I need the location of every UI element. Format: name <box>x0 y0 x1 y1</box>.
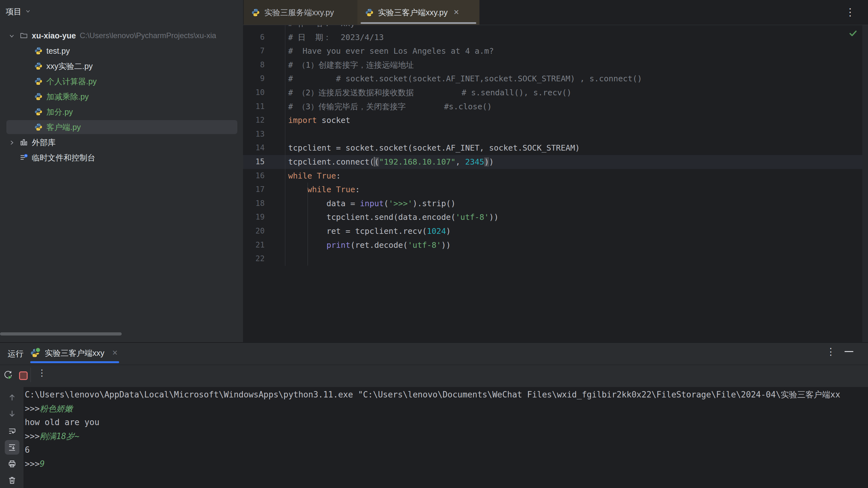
code-line-text: import socket <box>285 114 350 127</box>
line-number[interactable]: 11 <box>243 100 285 114</box>
editor-tab-bar: 实验三服务端xxy.py 实验三客户端xxy.py ✕ ⋮ <box>243 0 868 25</box>
line-number[interactable]: 14 <box>243 141 285 155</box>
minimize-icon[interactable] <box>844 351 854 352</box>
line-number[interactable]: 20 <box>243 224 285 238</box>
tree-item[interactable]: 客户端.py <box>0 119 243 135</box>
run-tab[interactable]: 实验三客户端xxy ✕ <box>30 343 119 363</box>
run-toolbar: ⋮ <box>0 365 868 387</box>
project-horizontal-scrollbar[interactable] <box>0 332 122 336</box>
code-line[interactable]: 16while True: <box>243 169 862 183</box>
line-number[interactable] <box>243 25 285 30</box>
folder-icon <box>20 31 28 40</box>
code-token: tcpclient.connect( <box>288 157 374 166</box>
line-number[interactable]: 7 <box>243 44 285 58</box>
code-token: # 作 者： xxy <box>288 25 355 28</box>
code-editor[interactable]: # 作 者： xxy6# 日 期： 2023/4/137# Have you e… <box>243 25 862 342</box>
code-token: "192.168.10.107" <box>379 157 456 166</box>
editor-tab-client[interactable]: 实验三客户端xxy.py ✕ <box>358 0 479 25</box>
code-token: ) <box>446 226 451 236</box>
code-line[interactable]: 18 data = input('>>>').strip() <box>243 197 862 211</box>
code-line[interactable]: 13 <box>243 127 862 142</box>
console-line: C:\Users\lenovo\AppData\Local\Microsoft\… <box>25 388 868 402</box>
line-number[interactable]: 6 <box>243 30 285 44</box>
close-icon[interactable]: ✕ <box>454 8 459 17</box>
rerun-icon[interactable] <box>3 370 13 380</box>
print-icon[interactable] <box>8 459 17 468</box>
code-token: data = <box>288 199 360 208</box>
chevron-right-icon[interactable] <box>8 139 15 146</box>
console-output[interactable]: C:\Users\lenovo\AppData\Local\Microsoft\… <box>24 387 868 488</box>
editor-tab-server[interactable]: 实验三服务端xxy.py <box>244 0 358 25</box>
tree-item[interactable]: 加减乘除.py <box>0 89 243 104</box>
chevron-down-icon <box>25 7 31 16</box>
soft-wrap-icon[interactable] <box>8 427 17 435</box>
editor-error-stripe[interactable] <box>862 25 868 342</box>
tree-item-label: 客户端.py <box>46 122 81 132</box>
code-line[interactable]: 20 ret = tcpclient.recv(1024) <box>243 224 862 238</box>
trash-icon[interactable] <box>8 476 17 485</box>
code-line[interactable]: 14tcpclient = socket.socket(socket.AF_IN… <box>243 141 862 155</box>
project-tool-header[interactable]: 项目 <box>6 6 31 17</box>
line-number[interactable]: 13 <box>243 127 285 142</box>
line-number[interactable]: 22 <box>243 252 285 266</box>
tree-item-label: xu-xiao-yue <box>32 31 76 40</box>
code-line[interactable]: 10# （2）连接后发送数据和接收数据 # s.sendall(), s.rec… <box>243 86 862 100</box>
line-number[interactable]: 17 <box>243 183 285 197</box>
code-line[interactable]: 12import socket <box>243 114 862 127</box>
chevron-down-icon[interactable] <box>8 32 15 39</box>
code-line[interactable]: 11# （3）传输完毕后，关闭套接字 #s.close() <box>243 100 862 114</box>
line-number[interactable]: 18 <box>243 197 285 211</box>
tree-item[interactable]: xu-xiao-yueC:\Users\lenovo\PycharmProjec… <box>0 28 243 43</box>
line-number[interactable]: 21 <box>243 238 285 252</box>
stop-icon[interactable] <box>19 371 28 380</box>
line-number[interactable]: 15 <box>243 155 285 169</box>
line-number[interactable]: 10 <box>243 86 285 100</box>
code-line[interactable]: 7# Have you ever seen Los Angeles at 4 a… <box>243 44 862 58</box>
tree-item-label: test.py <box>46 47 70 56</box>
code-line[interactable]: 15tcpclient.connect(("192.168.10.107", 2… <box>243 155 862 169</box>
console-user-input: 刚满18岁~ <box>40 431 80 441</box>
tree-item[interactable]: xxy实验二.py <box>0 58 243 74</box>
line-number[interactable]: 9 <box>243 72 285 86</box>
tree-item[interactable]: 外部库 <box>0 135 243 150</box>
code-line[interactable]: 22 <box>243 252 862 266</box>
code-line[interactable]: 19 tcpclient.send(data.encode('utf-8')) <box>243 210 862 224</box>
code-line-text: # 作 者： xxy <box>285 25 355 30</box>
toolbar-more-icon[interactable]: ⋮ <box>37 368 46 378</box>
code-token: : <box>355 185 360 194</box>
project-tool-title: 项目 <box>6 6 22 17</box>
code-token <box>331 185 336 194</box>
line-number[interactable]: 19 <box>243 210 285 224</box>
python-icon <box>34 108 42 116</box>
code-line[interactable]: 9# # socket.socket(socket.AF_INET,socket… <box>243 72 862 86</box>
code-line[interactable]: # 作 者： xxy <box>243 25 862 30</box>
tree-item[interactable]: 临时文件和控制台 <box>0 150 243 165</box>
line-number[interactable]: 16 <box>243 169 285 183</box>
code-token: while <box>307 185 331 194</box>
run-tool-title: 运行 <box>8 348 24 359</box>
run-more-icon[interactable]: ⋮ <box>826 346 836 357</box>
code-line[interactable]: 17 while True: <box>243 183 862 197</box>
close-icon[interactable]: ✕ <box>112 349 118 357</box>
python-icon <box>34 62 42 70</box>
up-arrow-icon[interactable] <box>8 393 17 402</box>
tree-item[interactable]: 加分.py <box>0 104 243 119</box>
tree-item[interactable]: test.py <box>0 43 243 58</box>
line-number[interactable]: 12 <box>243 114 285 127</box>
library-icon <box>20 138 28 147</box>
code-line[interactable]: 21 print(ret.decode('utf-8')) <box>243 238 862 252</box>
down-arrow-icon[interactable] <box>8 409 17 418</box>
console-line: how old are you <box>25 416 868 430</box>
tree-item[interactable]: 个人计算器.py <box>0 74 243 89</box>
code-line[interactable]: 6# 日 期： 2023/4/13 <box>243 30 862 44</box>
run-tab-label: 实验三客户端xxy <box>45 348 104 358</box>
code-line[interactable]: 8# （1）创建套接字，连接远端地址 <box>243 58 862 72</box>
editor-tabs-more-icon[interactable]: ⋮ <box>845 6 855 19</box>
run-tab-underline <box>30 361 119 363</box>
run-console[interactable]: C:\Users\lenovo\AppData\Local\Microsoft\… <box>0 387 868 488</box>
scroll-to-end-icon[interactable] <box>8 443 17 452</box>
line-number[interactable]: 8 <box>243 58 285 72</box>
python-file-icon <box>365 8 374 17</box>
code-line-text: tcpclient.send(data.encode('utf-8')) <box>285 210 498 224</box>
code-token: while <box>288 171 312 180</box>
